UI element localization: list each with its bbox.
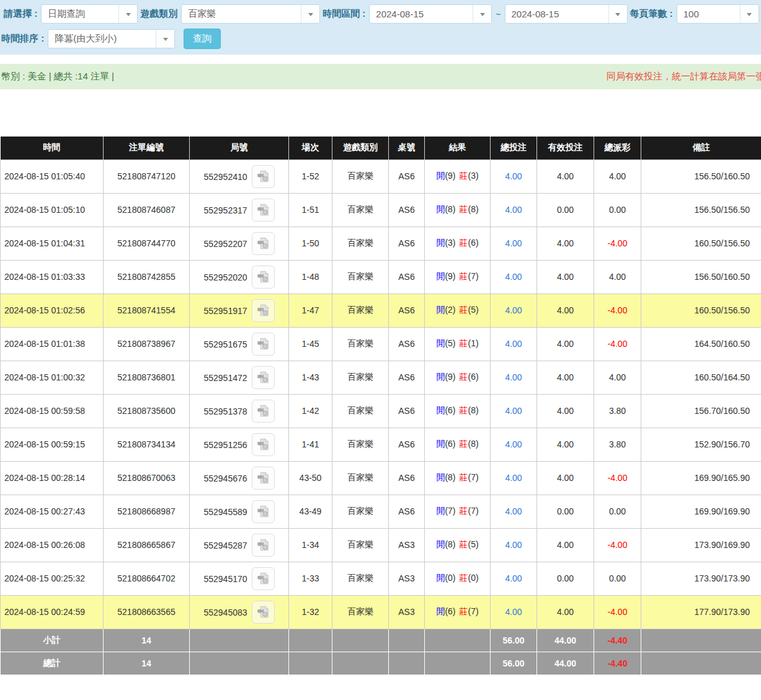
total-bet-link[interactable]: 4.00	[491, 227, 537, 260]
session-cell: 1-45	[289, 327, 332, 361]
game-type-cell: 百家樂	[332, 193, 389, 227]
video-replay-button[interactable]	[252, 534, 275, 557]
summary-bar: 幣別 : 美金 | 總共 :14 注單 | 同局有效投注，統一計算在該局第一張	[0, 64, 761, 89]
game-type-dropdown[interactable]: 百家樂	[181, 4, 320, 24]
payout-cell: -4.00	[594, 595, 641, 629]
total-bet-link[interactable]: 4.00	[491, 159, 537, 193]
round-cell: 552945083	[190, 595, 289, 629]
note-cell: 169.90/165.90	[641, 461, 761, 495]
banker-result-score: (7)	[468, 472, 479, 482]
table-row: 2024-08-15 00:24:59521808663565552945083…	[1, 595, 761, 629]
table-no-cell: AS6	[389, 394, 425, 428]
empty-cell	[332, 629, 389, 652]
query-button[interactable]: 查詢	[184, 29, 221, 49]
video-replay-button[interactable]	[252, 467, 275, 490]
valid-bet-note: 同局有效投注，統一計算在該局第一張	[607, 71, 761, 83]
round-id: 552951917	[203, 305, 247, 315]
total-bet-link[interactable]: 4.00	[491, 327, 537, 361]
total-bet-link[interactable]: 4.00	[491, 260, 537, 294]
player-result-label: 閒	[436, 472, 445, 482]
query-type-dropdown[interactable]: 日期查詢	[41, 4, 138, 24]
round-cell: 552952020	[190, 260, 289, 294]
valid-bet-cell: 0.00	[537, 193, 594, 227]
date-to-picker[interactable]: 2024-08-15	[505, 4, 628, 24]
total-bet-link[interactable]: 4.00	[491, 428, 537, 461]
total-bet-link[interactable]: 4.00	[491, 495, 537, 528]
session-cell: 43-49	[289, 495, 332, 528]
video-replay-button[interactable]	[252, 400, 275, 423]
payout-cell: 0.00	[594, 495, 641, 528]
result-cell: 閒(6)莊(7)	[425, 595, 491, 629]
filter-row-2: 時間排序 : 降冪(由大到小) 查詢	[1, 29, 761, 49]
video-replay-button[interactable]	[252, 567, 275, 590]
banker-result-label: 莊	[460, 171, 468, 181]
player-result-score: (6)	[445, 606, 455, 616]
date-from-value: 2024-08-15	[370, 5, 473, 23]
total-bet-link[interactable]: 4.00	[491, 361, 537, 394]
total-payout: -4.40	[594, 652, 641, 675]
round-id: 552945287	[203, 540, 247, 550]
note-cell: 156.50/160.50	[641, 260, 761, 294]
video-replay-button[interactable]	[252, 333, 275, 356]
total-bet-link[interactable]: 4.00	[491, 595, 537, 629]
player-result-label: 閒	[436, 606, 445, 616]
bet-id-cell: 521808738967	[104, 327, 190, 361]
player-result-label: 閒	[436, 539, 445, 549]
page-size-dropdown[interactable]: 100	[677, 4, 759, 24]
video-replay-button[interactable]	[252, 601, 275, 624]
session-cell: 1-51	[289, 193, 332, 227]
banker-result-label: 莊	[460, 539, 468, 549]
total-bet-link[interactable]: 4.00	[491, 562, 537, 595]
player-result-score: (7)	[445, 506, 455, 516]
video-file-icon	[256, 437, 270, 451]
total-bet-link[interactable]: 4.00	[491, 461, 537, 495]
table-row: 2024-08-15 01:05:10521808746087552952317…	[1, 193, 761, 227]
player-result-label: 閒	[436, 372, 445, 382]
result-cell: 閒(0)莊(0)	[425, 562, 491, 595]
payout-cell: 3.80	[594, 394, 641, 428]
time-cell: 2024-08-15 00:24:59	[1, 595, 104, 629]
bet-id-cell: 521808668987	[104, 495, 190, 528]
session-cell: 1-42	[289, 394, 332, 428]
video-replay-button[interactable]	[252, 266, 275, 289]
subtotal-valid-bet: 44.00	[537, 629, 594, 652]
valid-bet-cell: 0.00	[537, 562, 594, 595]
video-file-icon	[256, 538, 270, 552]
video-replay-button[interactable]	[252, 500, 275, 523]
total-bet-link[interactable]: 4.00	[491, 528, 537, 562]
total-bet-link[interactable]: 4.00	[491, 294, 537, 327]
video-replay-button[interactable]	[252, 366, 275, 389]
col-result: 結果	[425, 137, 491, 159]
round-id: 552951378	[203, 406, 247, 416]
date-from-picker[interactable]: 2024-08-15	[369, 4, 492, 24]
page-size-label: 每頁筆數 :	[630, 8, 673, 20]
range-separator: ~	[496, 9, 501, 19]
payout-cell: 4.00	[594, 260, 641, 294]
video-replay-button[interactable]	[252, 299, 275, 322]
bet-id-cell: 521808744770	[104, 227, 190, 260]
result-cell: 閒(9)莊(7)	[425, 260, 491, 294]
time-cell: 2024-08-15 00:28:14	[1, 461, 104, 495]
round-cell: 552945170	[190, 562, 289, 595]
result-cell: 閒(3)莊(6)	[425, 227, 491, 260]
round-id: 552952410	[203, 171, 247, 181]
video-replay-button[interactable]	[252, 433, 275, 456]
player-result-score: (8)	[445, 539, 455, 549]
video-replay-button[interactable]	[252, 232, 275, 255]
banker-result-score: (5)	[468, 305, 479, 315]
result-cell: 閒(9)莊(6)	[425, 361, 491, 394]
sort-order-dropdown[interactable]: 降冪(由大到小)	[48, 29, 175, 48]
video-replay-button[interactable]	[252, 199, 275, 222]
total-bet-link[interactable]: 4.00	[491, 193, 537, 227]
video-replay-button[interactable]	[252, 165, 275, 188]
note-cell: 177.90/173.90	[641, 595, 761, 629]
subtotal-payout: -4.40	[594, 629, 641, 652]
col-session: 場次	[289, 137, 332, 159]
payout-cell: -4.00	[594, 294, 641, 327]
note-cell: 173.90/173.90	[641, 562, 761, 595]
round-cell: 552945676	[190, 461, 289, 495]
payout-cell: 0.00	[594, 562, 641, 595]
total-bet-link[interactable]: 4.00	[491, 394, 537, 428]
time-cell: 2024-08-15 01:01:38	[1, 327, 104, 361]
result-cell: 閒(2)莊(5)	[425, 294, 491, 327]
